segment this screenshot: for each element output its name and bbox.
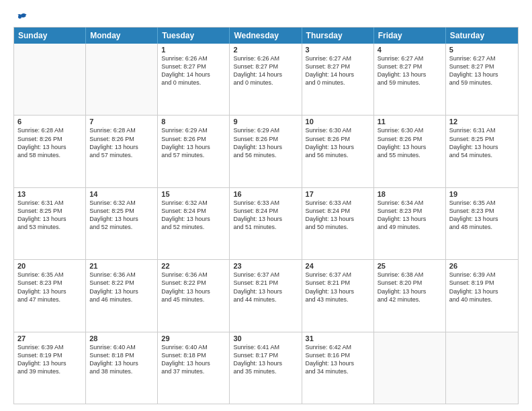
day-number: 31 bbox=[306, 334, 370, 342]
calendar-body: 1Sunrise: 6:26 AM Sunset: 8:27 PM Daylig… bbox=[14, 44, 518, 404]
day-number: 4 bbox=[378, 46, 442, 54]
cal-cell: 31Sunrise: 6:42 AM Sunset: 8:16 PM Dayli… bbox=[302, 332, 374, 404]
logo-bird-icon bbox=[15, 11, 28, 24]
cal-cell: 24Sunrise: 6:37 AM Sunset: 8:21 PM Dayli… bbox=[302, 260, 374, 331]
cal-header-wednesday: Wednesday bbox=[230, 28, 302, 44]
cal-header-tuesday: Tuesday bbox=[158, 28, 230, 44]
day-info: Sunrise: 6:34 AM Sunset: 8:23 PM Dayligh… bbox=[378, 199, 442, 232]
day-number: 19 bbox=[449, 190, 515, 198]
calendar: SundayMondayTuesdayWednesdayThursdayFrid… bbox=[13, 27, 519, 404]
cal-cell: 7Sunrise: 6:28 AM Sunset: 8:26 PM Daylig… bbox=[86, 116, 158, 187]
day-info: Sunrise: 6:28 AM Sunset: 8:26 PM Dayligh… bbox=[89, 126, 154, 159]
day-number: 25 bbox=[378, 262, 442, 270]
day-number: 20 bbox=[17, 262, 82, 270]
cal-cell: 10Sunrise: 6:30 AM Sunset: 8:26 PM Dayli… bbox=[302, 116, 374, 187]
day-info: Sunrise: 6:39 AM Sunset: 8:19 PM Dayligh… bbox=[17, 343, 82, 376]
day-info: Sunrise: 6:32 AM Sunset: 8:25 PM Dayligh… bbox=[89, 199, 154, 232]
day-info: Sunrise: 6:40 AM Sunset: 8:18 PM Dayligh… bbox=[161, 343, 226, 376]
day-number: 2 bbox=[233, 46, 298, 54]
day-info: Sunrise: 6:36 AM Sunset: 8:22 PM Dayligh… bbox=[161, 271, 226, 304]
cal-cell: 11Sunrise: 6:30 AM Sunset: 8:26 PM Dayli… bbox=[374, 116, 446, 187]
cal-week-4: 20Sunrise: 6:35 AM Sunset: 8:23 PM Dayli… bbox=[14, 259, 518, 331]
day-info: Sunrise: 6:39 AM Sunset: 8:19 PM Dayligh… bbox=[449, 271, 515, 304]
cal-cell bbox=[446, 332, 518, 404]
cal-cell: 13Sunrise: 6:31 AM Sunset: 8:25 PM Dayli… bbox=[14, 188, 86, 259]
day-number: 23 bbox=[233, 262, 298, 270]
day-info: Sunrise: 6:31 AM Sunset: 8:25 PM Dayligh… bbox=[17, 199, 82, 232]
day-number: 22 bbox=[161, 262, 226, 270]
cal-cell: 25Sunrise: 6:38 AM Sunset: 8:20 PM Dayli… bbox=[374, 260, 446, 331]
cal-cell: 18Sunrise: 6:34 AM Sunset: 8:23 PM Dayli… bbox=[374, 188, 446, 259]
cal-week-1: 1Sunrise: 6:26 AM Sunset: 8:27 PM Daylig… bbox=[14, 44, 518, 115]
cal-cell: 9Sunrise: 6:29 AM Sunset: 8:26 PM Daylig… bbox=[230, 116, 302, 187]
logo bbox=[13, 11, 28, 21]
cal-week-5: 27Sunrise: 6:39 AM Sunset: 8:19 PM Dayli… bbox=[14, 332, 518, 404]
cal-cell: 29Sunrise: 6:40 AM Sunset: 8:18 PM Dayli… bbox=[158, 332, 230, 404]
cal-cell: 4Sunrise: 6:27 AM Sunset: 8:27 PM Daylig… bbox=[374, 44, 446, 115]
day-info: Sunrise: 6:37 AM Sunset: 8:21 PM Dayligh… bbox=[233, 271, 298, 304]
day-number: 13 bbox=[17, 190, 82, 198]
day-number: 12 bbox=[449, 118, 515, 126]
day-number: 10 bbox=[306, 118, 370, 126]
cal-cell: 22Sunrise: 6:36 AM Sunset: 8:22 PM Dayli… bbox=[158, 260, 230, 331]
day-number: 14 bbox=[89, 190, 154, 198]
day-number: 8 bbox=[161, 118, 226, 126]
day-number: 7 bbox=[89, 118, 154, 126]
cal-cell bbox=[374, 332, 446, 404]
day-number: 21 bbox=[89, 262, 154, 270]
cal-cell: 15Sunrise: 6:32 AM Sunset: 8:24 PM Dayli… bbox=[158, 188, 230, 259]
day-number: 30 bbox=[233, 334, 298, 342]
day-info: Sunrise: 6:29 AM Sunset: 8:26 PM Dayligh… bbox=[161, 126, 226, 159]
cal-cell: 5Sunrise: 6:27 AM Sunset: 8:27 PM Daylig… bbox=[446, 44, 518, 115]
day-info: Sunrise: 6:35 AM Sunset: 8:23 PM Dayligh… bbox=[449, 199, 515, 232]
day-number: 11 bbox=[378, 118, 442, 126]
day-number: 24 bbox=[306, 262, 370, 270]
cal-cell: 6Sunrise: 6:28 AM Sunset: 8:26 PM Daylig… bbox=[14, 116, 86, 187]
cal-cell: 16Sunrise: 6:33 AM Sunset: 8:24 PM Dayli… bbox=[230, 188, 302, 259]
day-number: 9 bbox=[233, 118, 298, 126]
day-number: 18 bbox=[378, 190, 442, 198]
day-info: Sunrise: 6:27 AM Sunset: 8:27 PM Dayligh… bbox=[449, 54, 515, 87]
cal-cell: 30Sunrise: 6:41 AM Sunset: 8:17 PM Dayli… bbox=[230, 332, 302, 404]
header bbox=[13, 11, 519, 21]
cal-cell: 17Sunrise: 6:33 AM Sunset: 8:24 PM Dayli… bbox=[302, 188, 374, 259]
cal-header-thursday: Thursday bbox=[302, 28, 374, 44]
day-info: Sunrise: 6:36 AM Sunset: 8:22 PM Dayligh… bbox=[89, 271, 154, 304]
cal-cell: 12Sunrise: 6:31 AM Sunset: 8:25 PM Dayli… bbox=[446, 116, 518, 187]
cal-cell bbox=[86, 44, 158, 115]
cal-cell: 27Sunrise: 6:39 AM Sunset: 8:19 PM Dayli… bbox=[14, 332, 86, 404]
cal-cell: 19Sunrise: 6:35 AM Sunset: 8:23 PM Dayli… bbox=[446, 188, 518, 259]
cal-cell: 23Sunrise: 6:37 AM Sunset: 8:21 PM Dayli… bbox=[230, 260, 302, 331]
cal-week-2: 6Sunrise: 6:28 AM Sunset: 8:26 PM Daylig… bbox=[14, 115, 518, 187]
day-info: Sunrise: 6:32 AM Sunset: 8:24 PM Dayligh… bbox=[161, 199, 226, 232]
day-info: Sunrise: 6:28 AM Sunset: 8:26 PM Dayligh… bbox=[17, 126, 82, 159]
day-number: 27 bbox=[17, 334, 82, 342]
day-number: 28 bbox=[89, 334, 154, 342]
cal-header-sunday: Sunday bbox=[14, 28, 86, 44]
cal-cell: 14Sunrise: 6:32 AM Sunset: 8:25 PM Dayli… bbox=[86, 188, 158, 259]
day-info: Sunrise: 6:30 AM Sunset: 8:26 PM Dayligh… bbox=[306, 126, 370, 159]
calendar-header-row: SundayMondayTuesdayWednesdayThursdayFrid… bbox=[14, 28, 518, 44]
day-info: Sunrise: 6:29 AM Sunset: 8:26 PM Dayligh… bbox=[233, 126, 298, 159]
cal-cell: 8Sunrise: 6:29 AM Sunset: 8:26 PM Daylig… bbox=[158, 116, 230, 187]
cal-cell: 3Sunrise: 6:27 AM Sunset: 8:27 PM Daylig… bbox=[302, 44, 374, 115]
day-info: Sunrise: 6:26 AM Sunset: 8:27 PM Dayligh… bbox=[233, 54, 298, 87]
day-info: Sunrise: 6:40 AM Sunset: 8:18 PM Dayligh… bbox=[89, 343, 154, 376]
day-number: 3 bbox=[306, 46, 370, 54]
cal-header-saturday: Saturday bbox=[446, 28, 518, 44]
day-number: 1 bbox=[161, 46, 226, 54]
day-info: Sunrise: 6:37 AM Sunset: 8:21 PM Dayligh… bbox=[306, 271, 370, 304]
day-info: Sunrise: 6:33 AM Sunset: 8:24 PM Dayligh… bbox=[233, 199, 298, 232]
day-info: Sunrise: 6:35 AM Sunset: 8:23 PM Dayligh… bbox=[17, 271, 82, 304]
cal-cell: 28Sunrise: 6:40 AM Sunset: 8:18 PM Dayli… bbox=[86, 332, 158, 404]
cal-cell bbox=[14, 44, 86, 115]
day-info: Sunrise: 6:33 AM Sunset: 8:24 PM Dayligh… bbox=[306, 199, 370, 232]
cal-cell: 20Sunrise: 6:35 AM Sunset: 8:23 PM Dayli… bbox=[14, 260, 86, 331]
day-number: 29 bbox=[161, 334, 226, 342]
cal-header-friday: Friday bbox=[374, 28, 446, 44]
day-info: Sunrise: 6:41 AM Sunset: 8:17 PM Dayligh… bbox=[233, 343, 298, 376]
cal-cell: 1Sunrise: 6:26 AM Sunset: 8:27 PM Daylig… bbox=[158, 44, 230, 115]
cal-cell: 21Sunrise: 6:36 AM Sunset: 8:22 PM Dayli… bbox=[86, 260, 158, 331]
day-info: Sunrise: 6:30 AM Sunset: 8:26 PM Dayligh… bbox=[378, 126, 442, 159]
cal-cell: 26Sunrise: 6:39 AM Sunset: 8:19 PM Dayli… bbox=[446, 260, 518, 331]
